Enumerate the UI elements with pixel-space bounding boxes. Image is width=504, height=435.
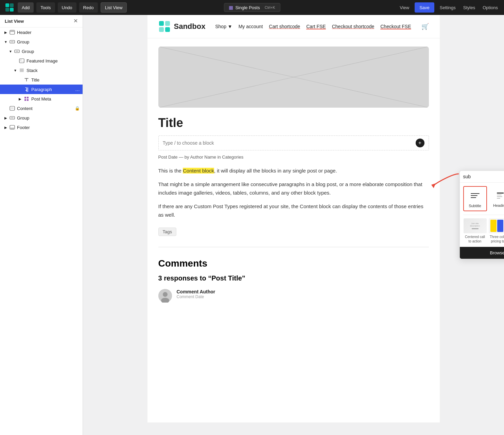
svg-rect-18	[27, 97, 29, 98]
sidebar-close-button[interactable]: ✕	[73, 18, 78, 24]
list-view-button[interactable]: List View	[101, 2, 127, 13]
svg-rect-12	[20, 69, 24, 70]
lock-icon: 🔒	[75, 106, 80, 111]
chevron-right-icon: ▶	[3, 31, 9, 34]
svg-rect-10	[19, 59, 24, 63]
group2-item-label: Group	[22, 49, 83, 54]
subtitle-block-icon	[469, 189, 481, 202]
popup-search-input[interactable]	[463, 174, 504, 179]
browse-all-label: Browse all	[490, 250, 504, 255]
pattern-cta-thumb: Join titledescription	[464, 218, 487, 233]
sidebar-item-post-meta[interactable]: ▶ Post Meta	[0, 94, 83, 104]
sidebar: List View ✕ ▶ Header ▼ Group ▼ Group	[0, 15, 83, 435]
sidebar-item-paragraph[interactable]: ▶ Paragraph …	[0, 85, 83, 94]
sidebar-title: List View	[5, 19, 24, 24]
popup-blocks-grid: Subtitle Heading	[460, 183, 504, 215]
content-paragraph-1: This is the Content block, it will displ…	[158, 166, 429, 175]
block-input-row[interactable]: +	[158, 135, 429, 150]
tags-button[interactable]: Tags	[158, 228, 176, 236]
comments-title: Comments	[158, 258, 429, 269]
item-options-icon[interactable]: …	[75, 87, 80, 92]
svg-rect-17	[24, 97, 26, 98]
sidebar-item-content[interactable]: ▶ Content 🔒	[0, 104, 83, 113]
pattern-cta-label: Centered call to action	[463, 235, 487, 243]
single-posts-selector[interactable]: ▦ Single Posts Ctrl+K	[224, 3, 280, 12]
svg-rect-28	[159, 21, 164, 26]
featured-image-placeholder	[158, 47, 429, 108]
nav-link-cart-fse[interactable]: Cart FSE	[306, 24, 326, 29]
popup-block-heading[interactable]: Heading	[488, 186, 504, 211]
svg-rect-1	[10, 3, 14, 7]
nav-link-shop[interactable]: Shop ▼	[215, 24, 232, 29]
header-block-icon	[9, 29, 16, 36]
styles-button[interactable]: Styles	[461, 4, 477, 12]
options-button[interactable]: Options	[481, 4, 500, 12]
sidebar-item-title[interactable]: ▶ Title	[0, 75, 83, 85]
svg-rect-30	[159, 27, 164, 32]
comment-item: Comment Author Comment Date	[158, 289, 429, 303]
sidebar-item-group3[interactable]: ▶ Group	[0, 113, 83, 123]
sidebar-item-footer[interactable]: ▶ Footer	[0, 123, 83, 132]
popup-pattern-pricing[interactable]: Three column pricing table	[488, 218, 504, 243]
redo-button[interactable]: Redo	[79, 2, 98, 13]
save-button[interactable]: Save	[415, 2, 434, 13]
svg-rect-14	[20, 71, 24, 72]
svg-rect-20	[27, 99, 29, 101]
stack-block-icon	[18, 67, 25, 74]
content-item-label: Content	[17, 106, 75, 111]
svg-rect-29	[165, 21, 170, 26]
title-item-label: Title	[31, 77, 83, 83]
header-item-label: Header	[17, 30, 83, 35]
site-logo-text: Sandbox	[174, 22, 206, 31]
chevron-down-icon2: ▼	[7, 50, 14, 53]
chevron-down-icon3: ▼	[12, 69, 18, 72]
settings-button[interactable]: Settings	[438, 4, 458, 12]
svg-rect-19	[24, 99, 26, 101]
comments-section: Comments 3 responses to “Post Title” Com…	[147, 258, 440, 303]
add-block-button[interactable]: +	[416, 139, 424, 147]
svg-rect-9	[16, 51, 18, 52]
view-button[interactable]: View	[398, 4, 411, 12]
sidebar-item-featured-image[interactable]: ▶ Featured Image	[0, 56, 83, 66]
responses-text: 3 responses to “Post Title”	[158, 274, 429, 282]
svg-rect-41	[497, 198, 500, 199]
nav-link-account[interactable]: My account	[239, 24, 263, 29]
nav-link-checkout-fse[interactable]: Checkout FSE	[380, 24, 411, 29]
cart-icon[interactable]: 🛒	[421, 23, 429, 30]
single-posts-label: Single Posts	[235, 5, 260, 10]
browse-all-button[interactable]: Browse all	[460, 247, 504, 259]
nav-link-cart-shortcode[interactable]: Cart shortcode	[269, 24, 300, 29]
chevron-right-icon2: ▶	[17, 97, 23, 101]
popup-pattern-cta[interactable]: Join titledescription Centered call to a…	[463, 218, 487, 243]
group1-item-label: Group	[17, 39, 83, 44]
undo-button[interactable]: Undo	[58, 2, 76, 13]
content-paragraph-3: If there are any Custom Post Types regis…	[158, 202, 429, 219]
tools-button[interactable]: Tools	[36, 2, 55, 13]
content-block-icon	[9, 105, 16, 112]
sidebar-header: List View ✕	[0, 15, 83, 28]
svg-rect-38	[497, 193, 504, 194]
site-nav: Sandbox Shop ▼ My account Cart shortcode…	[147, 15, 440, 38]
site-logo-svg	[158, 20, 171, 33]
sidebar-item-group1[interactable]: ▼ Group	[0, 37, 83, 47]
block-type-input[interactable]	[163, 140, 416, 146]
sidebar-item-group2[interactable]: ▼ Group	[0, 47, 83, 56]
add-button[interactable]: Add	[18, 2, 34, 13]
logo-icon[interactable]	[4, 2, 15, 13]
footer-block-icon	[9, 124, 16, 131]
svg-point-11	[20, 59, 21, 60]
sidebar-item-stack[interactable]: ▼ Stack	[0, 66, 83, 75]
template-icon: ▦	[229, 5, 233, 10]
title-block-icon	[23, 76, 30, 83]
svg-rect-27	[10, 128, 15, 129]
sidebar-item-header[interactable]: ▶ Header	[0, 28, 83, 37]
top-bar-right: View Save Settings Styles Options	[398, 2, 500, 13]
comment-avatar	[158, 289, 172, 303]
svg-rect-2	[5, 8, 9, 12]
popup-block-subtitle[interactable]: Subtitle	[463, 186, 487, 211]
paragraph-item-label: Paragraph	[31, 87, 75, 92]
featured-image-item-label: Featured Image	[27, 58, 83, 64]
svg-rect-13	[20, 70, 24, 71]
nav-link-checkout-shortcode[interactable]: Checkout shortcode	[332, 24, 375, 29]
keyboard-shortcut: Ctrl+K	[265, 5, 275, 10]
